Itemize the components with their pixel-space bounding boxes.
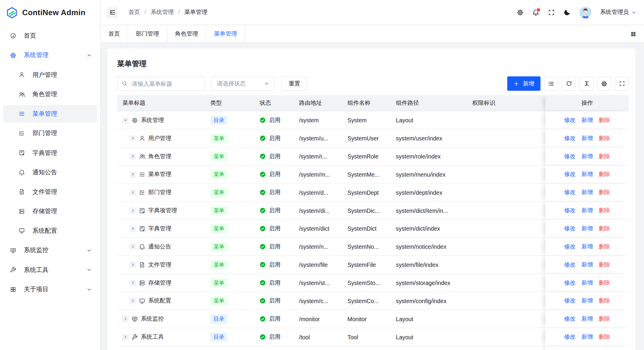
- cell-status: 启用: [253, 310, 292, 327]
- dark-mode-moon-icon[interactable]: [564, 9, 571, 16]
- row-expander-collapse-button[interactable]: [122, 117, 129, 123]
- breadcrumb-item[interactable]: 首页: [129, 9, 140, 16]
- status-select[interactable]: 请选择状态: [211, 76, 275, 91]
- sidebar-item-home[interactable]: 首页: [3, 27, 97, 44]
- op-edit-link[interactable]: 修改: [564, 225, 576, 232]
- row-expander-expand-button[interactable]: [129, 243, 136, 250]
- tab-menu[interactable]: 菜单管理: [206, 26, 245, 42]
- op-delete-link[interactable]: 删除: [599, 297, 610, 305]
- sidebar-item-monitor[interactable]: 系统监控: [3, 242, 97, 259]
- sidebar-item-storage[interactable]: 存储管理: [3, 203, 97, 220]
- row-expander-expand-button[interactable]: [122, 334, 129, 340]
- op-edit-link[interactable]: 修改: [564, 134, 576, 142]
- row-expander-expand-button[interactable]: [129, 171, 136, 178]
- op-add-link[interactable]: 新增: [581, 171, 593, 178]
- op-edit-link[interactable]: 修改: [564, 297, 576, 305]
- op-edit-link[interactable]: 修改: [564, 116, 576, 124]
- row-expander-expand-button[interactable]: [129, 225, 136, 232]
- sidebar-item-config[interactable]: 系统配置: [3, 222, 97, 239]
- op-add-link[interactable]: 新增: [581, 333, 593, 341]
- op-edit-link[interactable]: 修改: [564, 153, 576, 160]
- cell-status: 启用: [253, 220, 292, 237]
- sidebar-menu: 首页系统管理用户管理角色管理菜单管理部门管理字典管理通知公告文件管理存储管理系统…: [0, 25, 100, 298]
- user-menu[interactable]: 系统管理员: [600, 9, 637, 16]
- op-edit-link[interactable]: 修改: [564, 243, 576, 250]
- tab-role[interactable]: 角色管理: [167, 26, 206, 42]
- op-add-link[interactable]: 新增: [581, 261, 593, 268]
- row-expander-expand-button[interactable]: [129, 153, 136, 159]
- op-edit-link[interactable]: 修改: [564, 261, 576, 268]
- op-add-link[interactable]: 新增: [581, 225, 593, 232]
- column-settings-gear-icon[interactable]: [597, 77, 611, 91]
- tab-home[interactable]: 首页: [101, 26, 128, 42]
- op-edit-link[interactable]: 修改: [564, 189, 576, 196]
- app-logo[interactable]: ContiNew Admin: [0, 0, 100, 25]
- row-expander-expand-button[interactable]: [122, 316, 129, 322]
- op-delete-link[interactable]: 删除: [599, 333, 610, 341]
- row-expander-expand-button[interactable]: [129, 207, 136, 214]
- tree-expand-list-icon[interactable]: [544, 77, 558, 91]
- op-add-link[interactable]: 新增: [581, 153, 593, 160]
- collapse-icon: [109, 9, 115, 15]
- cell-menu-title: 关于项目: [117, 346, 204, 350]
- sidebar-item-user[interactable]: 用户管理: [3, 66, 97, 83]
- row-expander-expand-button[interactable]: [129, 135, 136, 141]
- sidebar-item-file[interactable]: 文件管理: [3, 183, 97, 200]
- op-edit-link[interactable]: 修改: [564, 315, 576, 323]
- op-delete-link[interactable]: 删除: [599, 225, 610, 232]
- cell-route: /system/r...: [292, 148, 341, 165]
- sidebar-item-system[interactable]: 系统管理: [3, 47, 97, 64]
- op-delete-link[interactable]: 删除: [599, 315, 610, 323]
- op-add-link[interactable]: 新增: [581, 315, 593, 323]
- tab-dept[interactable]: 部门管理: [128, 26, 167, 42]
- row-expander-expand-button[interactable]: [129, 279, 136, 286]
- breadcrumb-item[interactable]: 系统管理: [151, 9, 174, 16]
- op-delete-link[interactable]: 删除: [599, 134, 610, 142]
- op-add-link[interactable]: 新增: [581, 243, 593, 250]
- notifications-bell-icon[interactable]: [532, 9, 539, 16]
- row-expander-expand-button[interactable]: [129, 189, 136, 196]
- sidebar-item-dict[interactable]: 字典管理: [3, 144, 97, 161]
- op-delete-link[interactable]: 删除: [599, 207, 610, 214]
- row-height-icon[interactable]: [580, 77, 594, 91]
- sidebar-item-menu[interactable]: 菜单管理: [3, 105, 97, 122]
- op-edit-link[interactable]: 修改: [564, 333, 576, 341]
- add-button[interactable]: 新增: [507, 76, 540, 91]
- op-delete-link[interactable]: 删除: [599, 261, 610, 268]
- op-delete-link[interactable]: 删除: [599, 153, 610, 160]
- op-delete-link[interactable]: 删除: [599, 116, 610, 124]
- op-delete-link[interactable]: 删除: [599, 171, 610, 178]
- cell-component-path: Layout: [389, 328, 460, 346]
- op-add-link[interactable]: 新增: [581, 116, 593, 124]
- op-edit-link[interactable]: 修改: [564, 207, 576, 214]
- op-add-link[interactable]: 新增: [581, 279, 593, 286]
- op-edit-link[interactable]: 修改: [564, 171, 576, 178]
- op-add-link[interactable]: 新增: [581, 207, 593, 214]
- settings-icon[interactable]: [517, 9, 524, 16]
- sidebar-item-notice[interactable]: 通知公告: [3, 164, 97, 181]
- reset-button[interactable]: 重置: [281, 76, 308, 91]
- op-add-link[interactable]: 新增: [581, 189, 593, 196]
- row-expander-expand-button[interactable]: [129, 261, 136, 268]
- op-add-link[interactable]: 新增: [581, 297, 593, 305]
- sidebar-item-role[interactable]: 角色管理: [3, 85, 97, 103]
- sidebar-item-tool[interactable]: 系统工具: [3, 261, 97, 278]
- op-edit-link[interactable]: 修改: [564, 279, 576, 286]
- op-delete-link[interactable]: 删除: [599, 243, 610, 250]
- refresh-icon[interactable]: [562, 77, 576, 91]
- op-add-link[interactable]: 新增: [581, 134, 593, 142]
- op-delete-link[interactable]: 删除: [599, 279, 610, 286]
- avatar[interactable]: [580, 6, 591, 18]
- chevron-right-icon: [123, 335, 127, 339]
- fullscreen-icon[interactable]: [548, 9, 555, 16]
- search-input[interactable]: [131, 80, 200, 87]
- table-fullscreen-icon[interactable]: [615, 77, 629, 91]
- tab-list-grid-icon[interactable]: [628, 28, 639, 39]
- op-delete-link[interactable]: 删除: [599, 189, 610, 196]
- sidebar-item-dept[interactable]: 部门管理: [3, 125, 97, 142]
- cell-component-name: SystemUser: [341, 129, 389, 147]
- sidebar-collapse-button[interactable]: [107, 7, 118, 18]
- row-expander-expand-button[interactable]: [129, 297, 136, 304]
- sidebar-item-about[interactable]: 关于项目: [3, 281, 97, 298]
- cell-component-path: system/user/index: [389, 129, 460, 147]
